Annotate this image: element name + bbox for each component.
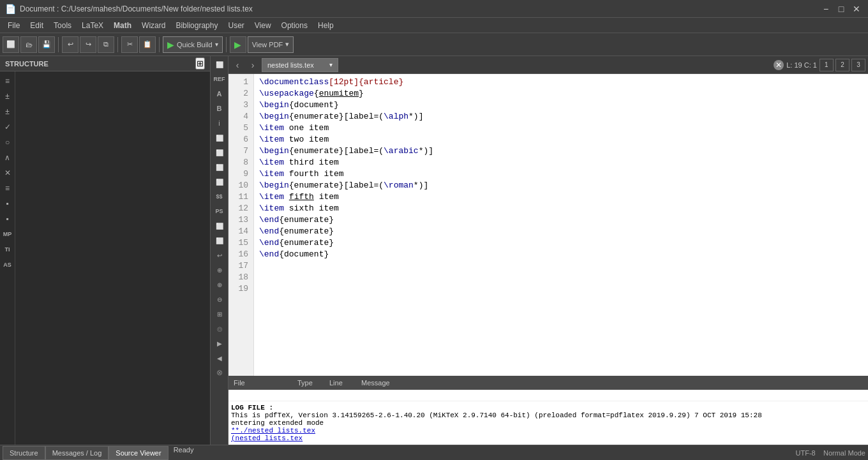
menu-latex[interactable]: LaTeX — [77, 18, 108, 33]
save-button[interactable]: 💾 — [38, 36, 55, 53]
main-area: STRUCTURE ⊞ ≡ ± ± ✓ ○ ∧ ✕ ≡ ▪ ▪ MP TI AS — [0, 56, 868, 445]
menu-view[interactable]: View — [250, 18, 276, 33]
code-content[interactable]: \documentclass[12pt]{article} \usepackag… — [254, 74, 868, 376]
col-file-header: File — [228, 379, 292, 387]
log-line2: entering extended mode — [231, 419, 865, 427]
struct-icon-circle[interactable]: ○ — [1, 135, 15, 149]
paste-button[interactable]: 📋 — [139, 36, 156, 53]
tool-icon-8[interactable]: ⬜ — [211, 160, 228, 174]
tool-icon-13[interactable]: ⬜ — [211, 234, 228, 248]
editor-tab-nested[interactable]: nested lists.tex ▾ — [262, 58, 338, 72]
menu-tools[interactable]: Tools — [49, 18, 77, 33]
structure-header: STRUCTURE ⊞ — [0, 56, 210, 71]
menu-math[interactable]: Math — [108, 18, 137, 33]
struct-icon-sq2[interactable]: ▪ — [1, 212, 15, 226]
structure-title: STRUCTURE — [5, 60, 49, 68]
title-bar: 📄 Document : C:/Users/mahesh/Documents/N… — [0, 0, 868, 18]
open-button[interactable]: 🗁 — [20, 36, 37, 53]
struct-icon-and[interactable]: ∧ — [1, 151, 15, 165]
window-title: Document : C:/Users/mahesh/Documents/New… — [20, 4, 253, 13]
tool-icon-6[interactable]: ⬜ — [211, 131, 228, 145]
cut-button[interactable]: ✂ — [121, 36, 138, 53]
close-button[interactable]: ✕ — [850, 3, 863, 15]
tool-ref[interactable]: REF — [211, 72, 228, 86]
structure-expand-button[interactable]: ⊞ — [195, 57, 205, 70]
tool-icon-12[interactable]: ⬜ — [211, 219, 228, 233]
editor-area: ‹ › nested lists.tex ▾ ✕ L: 19 C: 1 1 2 … — [228, 56, 868, 445]
view1-button[interactable]: 1 — [819, 59, 834, 71]
log-link1[interactable]: **./nested lists.tex — [231, 427, 315, 434]
menu-options[interactable]: Options — [276, 18, 313, 33]
tool-icon-15[interactable]: ⊕ — [211, 263, 228, 277]
struct-icon-list[interactable]: ≡ — [1, 74, 15, 88]
messages-row-empty — [228, 390, 868, 401]
document-icon: 📄 — [5, 4, 16, 14]
status-bar: Structure Messages / Log Source Viewer R… — [0, 445, 868, 460]
mode-label: Normal Mode — [823, 449, 865, 457]
undo-button[interactable]: ↩ — [62, 36, 79, 53]
menu-wizard[interactable]: Wizard — [137, 18, 170, 33]
view3-button[interactable]: 3 — [851, 59, 865, 71]
struct-icon-as[interactable]: AS — [1, 258, 15, 272]
tab-source-viewer[interactable]: Source Viewer — [108, 446, 168, 460]
tool-icon-7[interactable]: ⬜ — [211, 145, 228, 160]
tool-icon-9[interactable]: ⬜ — [211, 175, 228, 189]
status-bar-tabs: Structure Messages / Log Source Viewer R… — [3, 446, 193, 460]
view-pdf-label: View PDF — [252, 41, 283, 48]
toolbar-sep-3 — [159, 37, 160, 52]
view-pdf-dropdown-icon: ▾ — [285, 40, 289, 48]
play-icon: ▶ — [167, 40, 174, 50]
tool-icon-14[interactable]: ↩ — [211, 248, 228, 262]
toolbar-sep-4 — [226, 37, 227, 52]
tab-filename: nested lists.tex — [267, 61, 314, 69]
redo-button[interactable]: ↪ — [80, 36, 96, 53]
tool-ps[interactable]: PS — [211, 204, 228, 218]
struct-icon-sq1[interactable]: ▪ — [1, 197, 15, 211]
tab-nav-back[interactable]: ‹ — [231, 59, 244, 71]
tab-messages-log[interactable]: Messages / Log — [45, 446, 109, 460]
bottom-panel: File Type Line Message LOG FILE : This i… — [228, 376, 868, 445]
tab-structure[interactable]: Structure — [3, 446, 45, 460]
run-button[interactable]: ▶ — [230, 36, 246, 53]
quick-build-label: Quick Build — [177, 41, 213, 48]
tab-dropdown-icon[interactable]: ▾ — [329, 61, 333, 68]
menu-edit[interactable]: Edit — [25, 18, 49, 33]
tab-nav-forward[interactable]: › — [246, 59, 259, 71]
tool-b[interactable]: B — [211, 101, 228, 115]
log-link2[interactable]: (nested lists.tex — [231, 434, 303, 442]
menu-help[interactable]: Help — [313, 18, 339, 33]
menu-user[interactable]: User — [223, 18, 249, 33]
encoding-label: UTF-8 — [796, 449, 816, 457]
tab-messages-label: Messages / Log — [52, 449, 102, 457]
code-editor[interactable]: 12345 678910 1112131415 16171819 \docume… — [228, 74, 868, 376]
minimize-button[interactable]: − — [819, 3, 832, 15]
new-button[interactable]: ⬜ — [3, 36, 19, 53]
struct-icon-eq[interactable]: ≡ — [1, 181, 15, 195]
tool-icon-16[interactable]: ⊕ — [211, 278, 228, 292]
tool-icon-1[interactable]: ⬜ — [211, 57, 228, 71]
tool-icon-search[interactable]: ⊗ — [211, 366, 228, 380]
struct-icon-ti[interactable]: TI — [1, 242, 15, 256]
copy-format-button[interactable]: ⧉ — [98, 36, 114, 53]
tool-icon-expand[interactable]: ⊞ — [211, 307, 228, 321]
menu-bibliography[interactable]: Bibliography — [170, 18, 223, 33]
tool-icon-arrow-right[interactable]: ▶ — [211, 336, 228, 350]
tool-icon-arrow-left[interactable]: ◀ — [211, 351, 228, 365]
struct-icon-mp[interactable]: MP — [1, 227, 15, 241]
log-prefix: LOG FILE : — [231, 404, 865, 412]
tool-icon-17[interactable]: ⊖ — [211, 292, 228, 306]
view2-button[interactable]: 2 — [835, 59, 849, 71]
view-pdf-button[interactable]: View PDF ▾ — [248, 36, 294, 53]
close-x-button[interactable]: ✕ — [774, 60, 784, 70]
quick-build-button[interactable]: ▶ Quick Build ▾ — [163, 36, 223, 53]
struct-icon-check[interactable]: ✓ — [1, 120, 15, 134]
menu-file[interactable]: File — [3, 18, 25, 33]
tool-dollar[interactable]: $$ — [211, 189, 228, 204]
struct-icon-pm2[interactable]: ± — [1, 105, 15, 119]
struct-icon-x[interactable]: ✕ — [1, 166, 15, 180]
maximize-button[interactable]: □ — [835, 3, 848, 15]
tool-a[interactable]: A — [211, 87, 228, 101]
tool-info[interactable]: i — [211, 116, 228, 130]
tool-icon-18[interactable]: ⌾ — [211, 322, 228, 336]
struct-icon-pm[interactable]: ± — [1, 89, 15, 103]
